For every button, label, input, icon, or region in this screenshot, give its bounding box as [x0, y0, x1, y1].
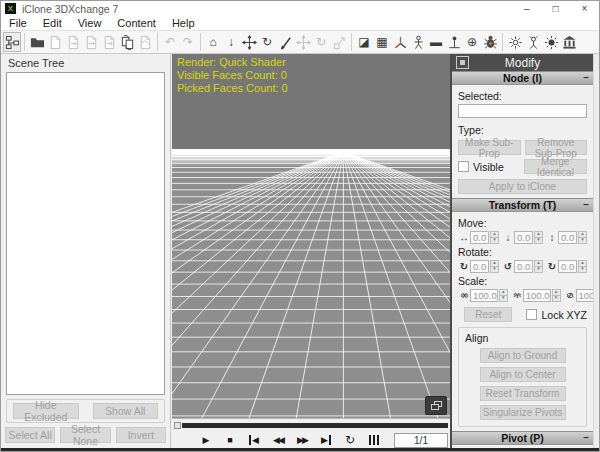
pivot-section-bar[interactable]: Pivot (P) − — [452, 431, 593, 445]
scale-y-spinner[interactable] — [552, 289, 561, 302]
scale-y-field[interactable]: 100.0 — [523, 289, 551, 302]
singularize-pivots-button[interactable]: Singularize Pivots — [480, 405, 566, 420]
timeline-handle[interactable] — [174, 422, 181, 429]
zoom-fit-button[interactable]: ↓ — [222, 32, 240, 52]
modify-title: Modify — [469, 56, 576, 70]
pivot-display-button[interactable] — [445, 32, 463, 52]
undo-button[interactable]: ↶ — [161, 32, 179, 52]
camera-orbit-button[interactable]: ↻ — [258, 32, 276, 52]
move-y-field[interactable]: 0.0 — [514, 231, 533, 244]
face-shade-button[interactable]: ◪ — [355, 32, 373, 52]
axis-display-button[interactable] — [391, 32, 409, 52]
bone-display-button[interactable] — [409, 32, 427, 52]
export-all-button[interactable] — [100, 32, 118, 52]
spot-light-button[interactable] — [524, 32, 542, 52]
menu-file[interactable]: File — [1, 17, 35, 29]
viewport-3d[interactable]: Render: Quick Shader Visible Faces Count… — [172, 54, 450, 418]
rotate-x-spinner[interactable] — [490, 260, 499, 273]
redo-button[interactable]: ↷ — [179, 32, 197, 52]
plane-display-button[interactable]: ▬ — [427, 32, 445, 52]
first-frame-button[interactable]: ◀ — [242, 433, 266, 448]
rotate-y-field[interactable]: 0.0 — [514, 260, 533, 273]
move-z-spinner[interactable] — [578, 231, 587, 244]
visible-checkbox[interactable] — [458, 161, 469, 172]
open-file-button[interactable] — [28, 32, 46, 52]
show-all-button[interactable]: Show All — [93, 403, 159, 419]
last-frame-button[interactable]: ▶ — [314, 433, 338, 448]
export-current-button[interactable] — [136, 32, 154, 52]
play-button[interactable]: ▶ — [194, 433, 218, 448]
collapse-icon[interactable]: − — [583, 72, 589, 83]
convert-button[interactable] — [118, 32, 136, 52]
rotate-y-spinner[interactable] — [534, 260, 543, 273]
menu-view[interactable]: View — [70, 17, 110, 29]
frames-mode-button[interactable] — [362, 433, 386, 448]
camera-pan-button[interactable] — [240, 32, 258, 52]
align-to-ground-button[interactable]: Align to Ground — [480, 348, 566, 363]
globe-display-button[interactable]: ⊕ — [463, 32, 481, 52]
close-button[interactable]: × — [570, 1, 599, 16]
scale-x-spinner[interactable] — [499, 289, 508, 302]
export-page-icon — [84, 35, 99, 50]
move-x-group: ↔0.0 — [458, 231, 499, 244]
reset-transform-button[interactable]: Reset Transform — [480, 386, 566, 401]
collapse-icon[interactable]: − — [583, 432, 589, 443]
panel-scrollbar[interactable] — [593, 54, 599, 448]
collapse-icon[interactable]: − — [583, 199, 589, 210]
rotate-z-field[interactable]: 0.0 — [558, 260, 577, 273]
export-prop-button[interactable] — [46, 32, 64, 52]
scale-y-group: ›Y‹100.0 — [511, 289, 561, 302]
node-section-bar[interactable]: Node (I) − — [452, 71, 593, 85]
selected-node-field[interactable] — [458, 104, 587, 118]
transform-section-bar[interactable]: Transform (T) − — [452, 198, 593, 212]
point-light-button[interactable] — [506, 32, 524, 52]
viewport-maximize-button[interactable] — [425, 396, 447, 415]
orbit-icon: ↻ — [262, 36, 272, 48]
stage-button[interactable] — [560, 32, 578, 52]
fast-forward-button[interactable]: ▶▶ — [290, 433, 314, 448]
scale-tool-button[interactable] — [330, 32, 348, 52]
move-x-spinner[interactable] — [490, 231, 499, 244]
float-panel-icon[interactable] — [456, 56, 469, 69]
minimize-button[interactable]: – — [512, 1, 541, 16]
make-sub-prop-button[interactable]: Make Sub-Prop — [458, 140, 521, 155]
camera-home-button[interactable]: ⌂ — [204, 32, 222, 52]
menu-edit[interactable]: Edit — [35, 17, 70, 29]
select-none-button[interactable]: Select None — [60, 427, 110, 443]
align-to-center-button[interactable]: Align to Center — [480, 367, 566, 382]
scale-x-field[interactable]: 100.0 — [470, 289, 498, 302]
reset-button[interactable]: Reset — [464, 307, 512, 322]
creature-display-button[interactable] — [481, 32, 499, 52]
merge-identical-button[interactable]: Merge Identical — [524, 159, 588, 174]
sun-light-button[interactable] — [542, 32, 560, 52]
pick-tool-button[interactable] — [276, 32, 294, 52]
scene-tree-view[interactable] — [6, 72, 165, 395]
apply-to-iclone-button[interactable]: Apply to iClone — [458, 179, 587, 194]
lock-xyz-checkbox[interactable] — [526, 309, 537, 320]
shade-mode-icon: ◪ — [358, 36, 369, 48]
rotate-z-spinner[interactable] — [578, 260, 587, 273]
maximize-button[interactable]: □ — [541, 1, 570, 16]
menu-content[interactable]: Content — [109, 17, 164, 29]
move-y-spinner[interactable] — [534, 231, 543, 244]
rotate-tool-button[interactable]: ↻ — [312, 32, 330, 52]
rotate-x-field[interactable]: 0.0 — [470, 260, 489, 273]
frame-counter-field[interactable]: 1/1 — [394, 433, 448, 448]
loop-button[interactable]: ↻ — [338, 433, 362, 448]
export-obj-button[interactable] — [64, 32, 82, 52]
menu-help[interactable]: Help — [164, 17, 203, 29]
hide-excluded-button[interactable]: Hide Excluded — [13, 403, 79, 419]
stop-button[interactable]: ■ — [218, 433, 242, 448]
remove-sub-prop-button[interactable]: Remove Sub-Prop — [525, 140, 588, 155]
scale-z-field[interactable]: 100.0 — [576, 289, 593, 302]
grid-toggle-button[interactable]: ▦ — [373, 32, 391, 52]
move-z-field[interactable]: 0.0 — [558, 231, 577, 244]
select-all-button[interactable]: Select All — [5, 427, 55, 443]
timeline-track[interactable] — [182, 423, 448, 428]
scene-tree-toggle-button[interactable] — [3, 32, 21, 52]
invert-button[interactable]: Invert — [116, 427, 166, 443]
move-tool-button[interactable] — [294, 32, 312, 52]
move-x-field[interactable]: 0.0 — [470, 231, 489, 244]
rewind-button[interactable]: ◀◀ — [266, 433, 290, 448]
export-fbx-button[interactable] — [82, 32, 100, 52]
